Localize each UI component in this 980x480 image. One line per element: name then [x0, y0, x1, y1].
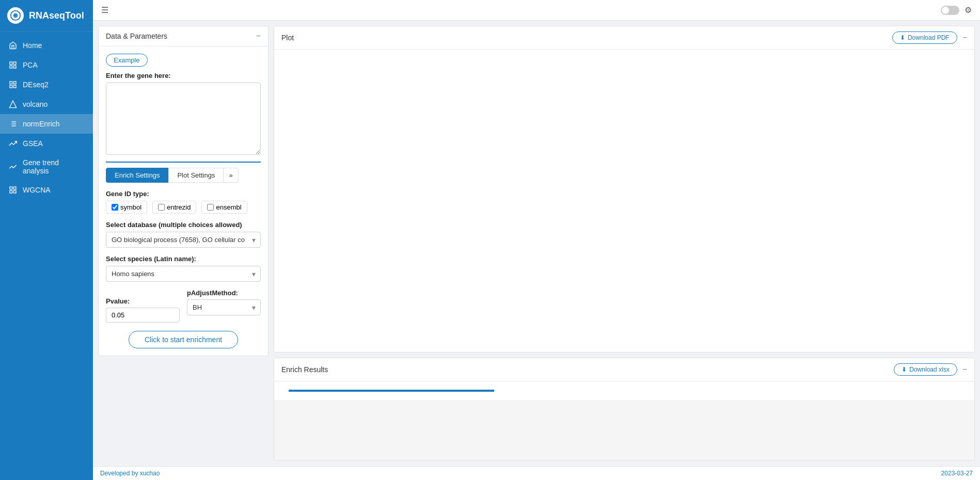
- ensembl-checkbox[interactable]: [207, 204, 214, 211]
- svg-rect-19: [10, 190, 12, 193]
- app-title: RNAseqTool: [29, 10, 84, 21]
- sidebar-label-volcano: volcano: [23, 100, 48, 108]
- entrezid-label: entrezid: [167, 203, 191, 211]
- enrich-results-title: Enrich Results: [281, 365, 328, 374]
- enrich-results-body: [274, 400, 974, 460]
- svg-point-1: [15, 15, 17, 17]
- enrich-collapse-icon[interactable]: −: [962, 365, 967, 374]
- footer-developer: Developed by xuchao: [100, 470, 160, 477]
- sidebar-item-deseq2[interactable]: DEseq2: [0, 75, 93, 94]
- species-label: Select species (Latin name):: [106, 255, 261, 263]
- sidebar-label-gsea: GSEA: [23, 139, 43, 148]
- svg-rect-7: [13, 82, 16, 84]
- enrich-progress-bar: [289, 390, 494, 392]
- plot-settings-tab[interactable]: Plot Settings: [168, 168, 224, 183]
- start-enrichment-button[interactable]: Click to start enrichment: [129, 331, 238, 348]
- svg-rect-17: [10, 187, 12, 189]
- gene-textarea[interactable]: [106, 83, 261, 155]
- pvalue-label: Pvalue:: [106, 297, 180, 305]
- volcano-icon: [8, 100, 18, 109]
- footer-bar: Developed by xuchao 2023-03-27: [93, 466, 980, 480]
- symbol-checkbox[interactable]: [112, 204, 118, 211]
- sidebar-item-wgcna[interactable]: WGCNA: [0, 180, 93, 200]
- data-params-card: Data & Parameters − Example Enter the ge…: [98, 26, 268, 356]
- download-xlsx-label: Download xlsx: [909, 366, 949, 373]
- plot-collapse-icon[interactable]: −: [962, 33, 967, 42]
- entrezid-checkbox[interactable]: [158, 204, 165, 211]
- example-button[interactable]: Example: [106, 54, 148, 67]
- menu-toggle-icon[interactable]: ☰: [101, 5, 108, 15]
- symbol-label: symbol: [120, 203, 141, 211]
- gene-trend-icon: [8, 162, 18, 171]
- app-logo: [7, 7, 24, 24]
- theme-toggle[interactable]: [941, 6, 959, 15]
- gene-field-label: Enter the gene here:: [106, 72, 261, 79]
- svg-rect-9: [13, 85, 16, 88]
- pvalue-input[interactable]: [106, 308, 180, 323]
- main-area: ☰ ⚙ Data & Parameters − Example Enter th…: [93, 0, 980, 480]
- plot-card: Plot ⬇ Download PDF −: [274, 26, 975, 353]
- svg-rect-6: [10, 82, 12, 84]
- enrich-results-header: Enrich Results ⬇ Download xlsx −: [274, 358, 974, 381]
- ensembl-label: ensembl: [216, 203, 241, 211]
- left-panel: Data & Parameters − Example Enter the ge…: [98, 26, 268, 461]
- download-xlsx-button[interactable]: ⬇ Download xlsx: [894, 363, 957, 376]
- sidebar-nav: Home PCA DEseq2: [0, 31, 93, 480]
- download-pdf-button[interactable]: ⬇ Download PDF: [892, 31, 957, 44]
- home-icon: [8, 41, 18, 50]
- svg-marker-10: [9, 101, 16, 107]
- normenrich-icon: [8, 119, 18, 129]
- symbol-checkbox-item[interactable]: symbol: [106, 201, 147, 214]
- enrich-progress-bar-container: [274, 381, 974, 400]
- gene-id-group: symbol entrezid ensembl: [106, 201, 261, 214]
- species-select[interactable]: Homo sapiens Mus musculus Rattus norvegi…: [106, 266, 261, 282]
- sidebar-item-normenrich[interactable]: normEnrich: [0, 114, 93, 134]
- padjust-label: pAdjustMethod:: [187, 289, 261, 297]
- sidebar-item-home[interactable]: Home: [0, 36, 93, 55]
- settings-tabs: Enrich Settings Plot Settings »: [106, 168, 261, 183]
- svg-rect-8: [10, 85, 12, 88]
- padjust-select[interactable]: BH BY bonferroni holm fdr: [187, 299, 261, 315]
- data-params-header: Data & Parameters −: [99, 26, 268, 46]
- svg-rect-20: [13, 190, 16, 193]
- pca-icon: [8, 60, 18, 70]
- sidebar-label-normenrich: normEnrich: [23, 120, 60, 128]
- divider: [106, 162, 261, 163]
- database-select[interactable]: GO biological process (7658), GO cellula…: [106, 232, 261, 248]
- svg-rect-18: [13, 187, 16, 189]
- plot-title: Plot: [281, 34, 294, 42]
- deseq2-icon: [8, 80, 18, 89]
- sidebar-label-deseq2: DEseq2: [23, 81, 49, 89]
- sidebar-item-volcano[interactable]: volcano: [0, 94, 93, 114]
- plot-area: [274, 50, 974, 352]
- species-select-wrapper: Homo sapiens Mus musculus Rattus norvegi…: [106, 266, 261, 282]
- sidebar: RNAseqTool Home PCA: [0, 0, 93, 480]
- download-xlsx-icon: ⬇: [902, 366, 907, 373]
- right-panel: Plot ⬇ Download PDF − Enrich Results: [274, 26, 975, 461]
- enrich-results-card: Enrich Results ⬇ Download xlsx −: [274, 358, 975, 461]
- sidebar-header: RNAseqTool: [0, 0, 93, 31]
- settings-icon[interactable]: ⚙: [965, 5, 972, 15]
- ensembl-checkbox-item[interactable]: ensembl: [201, 201, 247, 214]
- sidebar-item-pca[interactable]: PCA: [0, 55, 93, 75]
- topbar: ☰ ⚙: [93, 0, 980, 21]
- topbar-right: ⚙: [941, 5, 972, 15]
- more-tabs-button[interactable]: »: [224, 168, 238, 183]
- database-select-wrapper: GO biological process (7658), GO cellula…: [106, 232, 261, 248]
- content-area: Data & Parameters − Example Enter the ge…: [93, 21, 980, 466]
- sidebar-label-home: Home: [23, 41, 42, 50]
- data-params-body: Example Enter the gene here: Enrich Sett…: [99, 46, 268, 356]
- padjust-select-wrapper: BH BY bonferroni holm fdr: [187, 299, 261, 315]
- pvalue-col: Pvalue:: [106, 297, 180, 323]
- sidebar-label-pca: PCA: [23, 61, 38, 69]
- collapse-icon[interactable]: −: [256, 31, 261, 41]
- entrezid-checkbox-item[interactable]: entrezid: [152, 201, 196, 214]
- svg-rect-3: [13, 62, 16, 65]
- sidebar-item-gene-trend[interactable]: Gene trend analysis: [0, 153, 93, 180]
- sidebar-item-gsea[interactable]: GSEA: [0, 134, 93, 153]
- gene-id-label: Gene ID type:: [106, 190, 261, 198]
- download-pdf-icon: ⬇: [900, 34, 905, 41]
- enrich-settings-tab[interactable]: Enrich Settings: [106, 168, 168, 183]
- sidebar-label-wgcna: WGCNA: [23, 186, 51, 194]
- footer-date: 2023-03-27: [941, 470, 973, 477]
